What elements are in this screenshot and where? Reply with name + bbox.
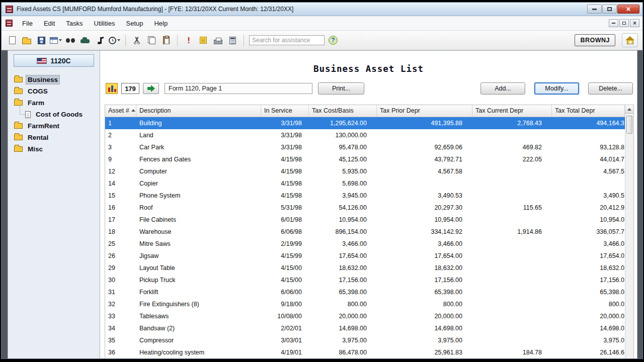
note-button[interactable] <box>94 34 106 46</box>
column-header[interactable]: Tax Prior Depr <box>377 105 472 117</box>
home-button[interactable] <box>622 33 638 47</box>
maximize-icon <box>607 7 612 11</box>
scroll-up-button[interactable] <box>625 105 633 114</box>
table-row[interactable]: 29Layout Table4/15/0018,632.0018,632.001… <box>105 262 625 274</box>
cell-prior: 3,975.00 <box>377 337 472 344</box>
table-row[interactable]: 32Fire Extinguishers (8)9/18/00800.00800… <box>105 298 625 310</box>
cell-cost: 95,478.00 <box>309 144 377 151</box>
copy-button[interactable] <box>145 34 157 46</box>
menu-edit[interactable]: Edit <box>38 17 60 30</box>
vertical-scrollbar[interactable] <box>625 105 633 358</box>
calculator-button[interactable] <box>226 34 238 46</box>
table-row[interactable]: 16Roof5/31/9854,126.0020,297.30115.6520,… <box>105 202 625 214</box>
print-toolbar-button[interactable] <box>212 34 224 46</box>
go-button[interactable] <box>143 83 159 94</box>
column-header[interactable]: Tax Cost/Basis <box>309 105 377 117</box>
cell-total: 20,412.9 <box>552 204 625 211</box>
search-input[interactable] <box>249 35 325 45</box>
save-button[interactable] <box>35 34 47 46</box>
help-button[interactable]: ? <box>327 34 339 46</box>
cell-inservice: 6/01/98 <box>261 216 309 223</box>
toolbar-separator <box>244 35 244 46</box>
find-button[interactable] <box>64 34 76 46</box>
open-button[interactable] <box>21 34 33 46</box>
sidebar-item-farmrent[interactable]: FarmRent <box>14 120 100 132</box>
table-row[interactable]: 2Land3/31/98130,000.00 <box>105 129 625 141</box>
column-header[interactable]: In Service <box>261 105 309 117</box>
menu-tasks[interactable]: Tasks <box>60 17 88 30</box>
mdi-close-button[interactable]: × <box>630 19 639 27</box>
sidebar-item-misc[interactable]: Misc <box>14 143 100 155</box>
modify-button[interactable]: Modify... <box>534 82 579 95</box>
document-icon <box>25 111 31 118</box>
mdi-restore-button[interactable] <box>619 19 629 27</box>
cell-inservice: 4/15/98 <box>261 192 309 199</box>
print-button[interactable]: Print... <box>318 82 364 95</box>
cell-total: 20,000.0 <box>552 313 625 320</box>
entity-header[interactable]: 1120C <box>14 54 94 67</box>
minimize-button[interactable] <box>587 5 602 14</box>
cell-num: 17 <box>105 216 136 223</box>
cell-desc: Car Park <box>136 144 261 151</box>
chart-button[interactable] <box>106 83 118 94</box>
cell-num: 35 <box>105 337 136 344</box>
table-row[interactable]: 14Copier4/15/985,698.00 <box>105 177 625 190</box>
column-header[interactable]: Description <box>136 105 261 117</box>
cell-desc: Compressor <box>136 337 261 344</box>
menu-help[interactable]: Help <box>148 17 173 30</box>
sidebar-item-rental[interactable]: Rental <box>14 132 100 143</box>
table-row[interactable]: 34Bandsaw (2)2/02/0114,698.0014,698.0014… <box>105 322 625 334</box>
table-row[interactable]: 36Heating/cooling system4/19/0186,478.00… <box>105 346 625 358</box>
menu-setup[interactable]: Setup <box>121 17 149 30</box>
maximize-button[interactable] <box>602 5 617 14</box>
table-row[interactable]: 12Computer4/15/985,935.004,567.584,567.5 <box>105 165 625 177</box>
sidebar-item-cogs[interactable]: COGS <box>14 85 100 97</box>
table-row[interactable]: 31Forklift6/06/0065,398.0065,398.0065,39… <box>105 286 625 298</box>
table-row[interactable]: 9Fences and Gates4/15/9845,125.0043,792.… <box>105 153 625 165</box>
vehicle-button[interactable] <box>79 34 91 46</box>
table-row[interactable]: 25Mitre Saws2/19/993,466.003,466.003,466… <box>105 238 625 250</box>
view-button[interactable] <box>50 34 62 46</box>
cell-prior: 10,954.00 <box>377 216 472 223</box>
new-document-button[interactable] <box>6 34 18 46</box>
cell-total: 3,975.0 <box>552 337 625 344</box>
table-row[interactable]: 33Tablesaws10/08/0020,000.0020,000.0020,… <box>105 310 625 322</box>
form-reference-field[interactable] <box>165 83 312 94</box>
table-row[interactable]: 3Car Park3/31/9895,478.0092,659.06469.82… <box>105 141 625 153</box>
table-row[interactable]: 35Compressor3/03/013,975.003,975.003,975… <box>105 334 625 346</box>
table-row[interactable]: 1Building3/31/981,295,624.00491,395.882,… <box>105 117 625 129</box>
cell-inservice: 4/15/00 <box>261 277 309 284</box>
table-row[interactable]: 26Jigsaw4/15/9917,654.0017,654.0017,654.… <box>105 250 625 262</box>
sidebar-item-farm[interactable]: Farm <box>14 97 100 109</box>
table-row[interactable]: 15Phone System4/15/983,945.003,490.533,4… <box>105 190 625 202</box>
table-row[interactable]: 17File Cabinets6/01/9810,954.0010,954.00… <box>105 214 625 226</box>
column-header[interactable]: Tax Total Depr <box>552 105 625 117</box>
alert-button[interactable]: ! <box>183 34 195 46</box>
scrollbar-thumb[interactable] <box>626 116 632 134</box>
delete-button[interactable]: Delete... <box>588 82 633 95</box>
cell-cost: 5,698.00 <box>309 180 377 187</box>
paste-button[interactable] <box>160 34 172 46</box>
notes-button[interactable] <box>197 34 209 46</box>
cut-button[interactable] <box>131 34 143 46</box>
close-button[interactable]: × <box>617 5 639 14</box>
controls-row: 179 Print... Add... Modify... Delete... <box>106 82 633 95</box>
table-row[interactable]: 30Pickup Truck4/15/0017,156.0017,156.001… <box>105 274 625 286</box>
menu-file[interactable]: File <box>17 17 38 30</box>
content-area: 1120C BusinessCOGSFarmCost of GoodsFarmR… <box>2 50 642 358</box>
column-header[interactable]: Tax Current Depr <box>472 105 552 117</box>
cell-desc: Land <box>136 132 261 139</box>
user-button[interactable]: BROWNJ <box>575 34 615 46</box>
history-button[interactable] <box>108 34 120 46</box>
cell-prior: 3,466.00 <box>377 240 472 247</box>
sidebar-item-business[interactable]: Business <box>14 74 100 85</box>
mdi-minimize-button[interactable] <box>609 19 618 27</box>
folder-icon <box>14 135 23 140</box>
column-header[interactable]: Asset # <box>105 105 136 117</box>
sidebar-item-label: COGS <box>26 87 49 96</box>
sidebar-item-cost-of-goods[interactable]: Cost of Goods <box>25 109 100 120</box>
sidebar-item-label: Farm <box>26 99 46 107</box>
add-button[interactable]: Add... <box>480 82 525 95</box>
table-row[interactable]: 18Warehouse6/06/98896,154.00334,142.921,… <box>105 226 625 238</box>
menu-utilities[interactable]: Utilities <box>89 17 121 30</box>
